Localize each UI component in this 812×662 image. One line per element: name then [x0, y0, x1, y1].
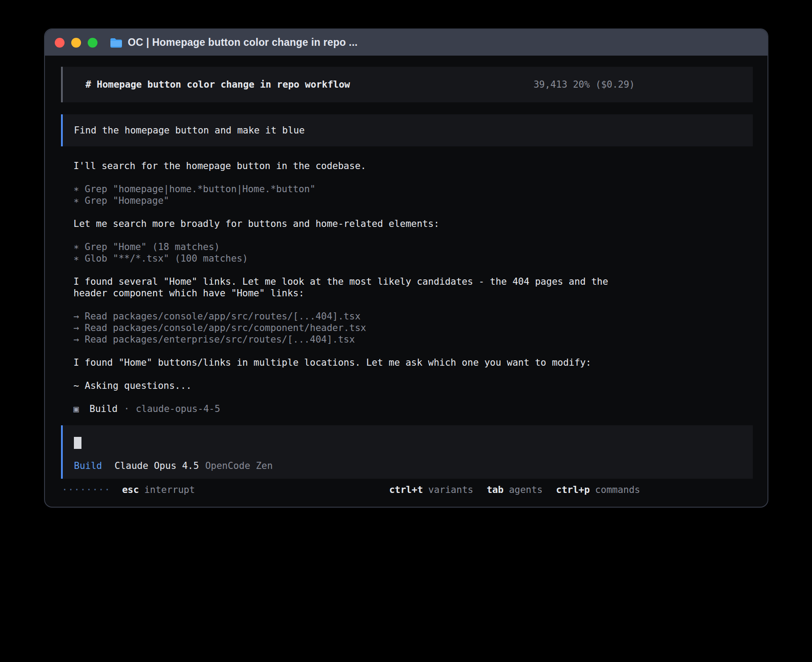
text-cursor: [74, 437, 81, 449]
session-title: # Homepage button color change in repo w…: [85, 79, 350, 90]
spinner-dots: ········: [62, 484, 110, 496]
agent-status-icon: ▣: [73, 403, 79, 415]
shortcut-key: ctrl+t: [389, 484, 423, 496]
status-right: ctrl+t variants tab agents ctrl+p comman…: [376, 484, 640, 496]
status-bar: ········ esc interrupt ctrl+t variants t…: [45, 484, 767, 496]
conversation: I'll search for the homepage button in t…: [73, 160, 643, 415]
shortcut-variants: ctrl+t variants: [389, 484, 473, 496]
user-message-panel: Find the homepage button and make it blu…: [61, 114, 753, 146]
window-title: OC | Homepage button color change in rep…: [128, 36, 357, 48]
assistant-text: I found "Home" buttons/links in multiple…: [73, 357, 643, 368]
tool-call-group: ∗ Grep "Home" (18 matches) ∗ Glob "**/*.…: [73, 241, 643, 264]
shortcut-label: commands: [595, 484, 640, 496]
assistant-text: I'll search for the homepage button in t…: [73, 160, 643, 172]
tool-call-line: → Read packages/console/app/src/componen…: [73, 322, 643, 334]
shortcut-label: agents: [509, 484, 543, 496]
terminal-window: OC | Homepage button color change in rep…: [44, 28, 768, 508]
titlebar[interactable]: OC | Homepage button color change in rep…: [45, 29, 767, 56]
assistant-text: Let me search more broadly for buttons a…: [73, 218, 643, 230]
tool-call-line: ∗ Glob "**/*.tsx" (100 matches): [73, 253, 643, 264]
assistant-status-text: ~ Asking questions...: [73, 380, 643, 392]
traffic-lights: [45, 38, 97, 48]
shortcut-label: variants: [428, 484, 473, 496]
shortcut-agents: tab agents: [487, 484, 543, 496]
esc-label: interrupt: [144, 484, 195, 496]
shortcut-key: ctrl+p: [556, 484, 590, 496]
session-header: # Homepage button color change in repo w…: [61, 67, 753, 102]
tool-call-line: → Read packages/console/app/src/routes/[…: [73, 311, 643, 322]
close-window-button[interactable]: [55, 38, 65, 48]
shortcut-key: tab: [487, 484, 503, 496]
status-left: ········ esc interrupt: [62, 484, 195, 496]
input-mode: Build: [74, 460, 102, 472]
tool-call-group: ∗ Grep "homepage|home.*button|Home.*butt…: [73, 183, 643, 206]
agent-separator: ·: [124, 403, 130, 415]
tool-call-line: ∗ Grep "Home" (18 matches): [73, 241, 643, 253]
shortcut-commands: ctrl+p commands: [556, 484, 640, 496]
input-status-row: Build Claude Opus 4.5 OpenCode Zen: [74, 460, 742, 472]
esc-key: esc: [122, 484, 139, 496]
tool-call-line: → Read packages/enterprise/src/routes/[.…: [73, 334, 643, 345]
assistant-text: I found several "Home" links. Let me loo…: [73, 276, 643, 299]
terminal-content: # Homepage button color change in repo w…: [45, 56, 767, 496]
agent-model: claude-opus-4-5: [136, 403, 220, 415]
zoom-window-button[interactable]: [88, 38, 97, 48]
input-provider: OpenCode Zen: [205, 460, 273, 472]
folder-icon: [110, 38, 122, 48]
input-model: Claude Opus 4.5: [114, 460, 199, 472]
tool-call-group: → Read packages/console/app/src/routes/[…: [73, 311, 643, 345]
minimize-window-button[interactable]: [71, 38, 81, 48]
user-message-text: Find the homepage button and make it blu…: [74, 125, 304, 136]
prompt-input[interactable]: Build Claude Opus 4.5 OpenCode Zen: [61, 425, 753, 479]
agent-status-line: ▣ Build · claude-opus-4-5: [73, 403, 643, 415]
session-metrics: 39,413 20% ($0.29): [533, 79, 753, 90]
tool-call-line: ∗ Grep "homepage|home.*button|Home.*butt…: [73, 183, 643, 195]
tool-call-line: ∗ Grep "Homepage": [73, 195, 643, 206]
agent-name: Build: [89, 403, 118, 415]
